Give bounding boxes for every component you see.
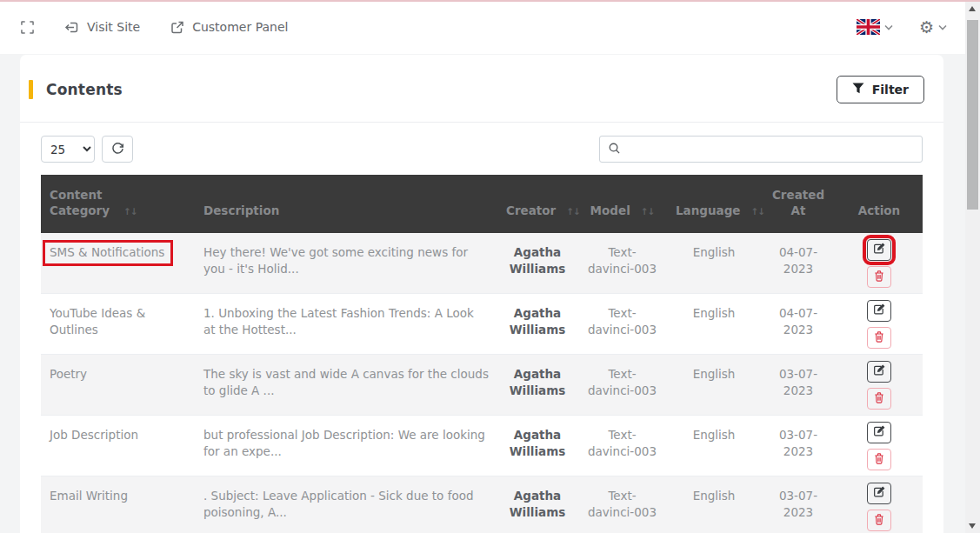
cell-created-at: 03-07-2023	[761, 355, 836, 416]
refresh-icon	[111, 142, 124, 157]
cell-content-category: Email Writing	[41, 476, 195, 533]
cell-model: Text-davinci-003	[577, 416, 667, 476]
cell-creator: Agatha Williams	[497, 294, 577, 355]
uk-flag-icon	[857, 19, 880, 35]
filter-button-label: Filter	[872, 83, 909, 97]
edit-pencil-icon	[873, 486, 885, 501]
search-input[interactable]	[627, 143, 914, 157]
trash-icon	[874, 514, 884, 528]
cell-model: Text-davinci-003	[577, 294, 667, 355]
cell-content-category: Poetry	[41, 355, 195, 416]
cell-model: Text-davinci-003	[577, 476, 667, 533]
content-category-value: Email Writing	[50, 489, 128, 503]
trash-icon	[874, 270, 884, 284]
search-icon	[608, 142, 621, 157]
col-header-content-category: Content Category↑↓	[41, 175, 195, 233]
fullscreen-icon	[21, 21, 34, 34]
fullscreen-button[interactable]	[21, 21, 34, 34]
table-row: Poetry The sky is vast and wide A canvas…	[41, 355, 923, 416]
scroll-down-arrow[interactable]	[969, 523, 976, 529]
sort-icon[interactable]: ↑↓	[123, 206, 137, 217]
table-row: Job Description but professional Job Des…	[41, 416, 923, 476]
refresh-button[interactable]	[102, 136, 133, 163]
cell-language: English	[667, 233, 761, 294]
filter-button[interactable]: Filter	[837, 76, 924, 103]
cell-description: . Subject: Leave Application - Sick due …	[195, 476, 497, 533]
col-header-model: Model↑↓	[577, 175, 667, 233]
chevron-down-icon	[884, 24, 893, 30]
cell-description: Hey there! We've got some exciting news …	[195, 233, 497, 294]
edit-pencil-icon	[873, 243, 885, 257]
col-header-action: Action	[836, 175, 923, 233]
cell-action	[836, 416, 923, 476]
page-title: Contents	[46, 81, 123, 98]
cell-creator: Agatha Williams	[497, 355, 577, 416]
trash-icon	[874, 453, 884, 467]
cell-description: 1. Unboxing the Latest Fashion Trends: A…	[195, 294, 497, 355]
table-row: YouTube Ideas & Outlines 1. Unboxing the…	[41, 294, 923, 355]
top-progress-line	[0, 0, 980, 2]
gear-icon: ⚙	[919, 19, 934, 36]
scroll-up-arrow[interactable]	[969, 6, 976, 11]
contents-table: Content Category↑↓ Description Creator↑↓…	[41, 175, 923, 533]
vertical-scrollbar[interactable]	[965, 0, 980, 533]
cell-language: English	[667, 416, 761, 476]
cell-content-category: SMS & Notifications	[41, 233, 195, 294]
cell-description: The sky is vast and wide A canvas for th…	[195, 355, 497, 416]
visit-site-label: Visit Site	[87, 20, 140, 34]
description-value: but professional Job Description: We are…	[203, 428, 485, 458]
search-box[interactable]	[599, 136, 923, 163]
language-switcher[interactable]	[857, 19, 893, 35]
customer-panel-link[interactable]: Customer Panel	[170, 20, 288, 35]
col-header-language: Language↑↓	[667, 175, 761, 233]
chevron-down-icon	[938, 24, 947, 30]
cell-action	[836, 476, 923, 533]
table-row: Email Writing . Subject: Leave Applicati…	[41, 476, 923, 533]
delete-button[interactable]	[867, 327, 891, 349]
cell-created-at: 03-07-2023	[761, 416, 836, 476]
delete-button[interactable]	[867, 510, 891, 531]
cell-language: English	[667, 476, 761, 533]
scrollbar-thumb[interactable]	[967, 20, 978, 210]
table-controls: 25	[41, 123, 923, 173]
edit-button[interactable]	[867, 483, 891, 504]
trash-icon	[874, 392, 884, 406]
page-content: Contents Filter 25	[0, 54, 980, 533]
cell-creator: Agatha Williams	[497, 476, 577, 533]
edit-button[interactable]	[867, 239, 891, 261]
customer-panel-label: Customer Panel	[192, 20, 288, 34]
cell-content-category: Job Description	[41, 416, 195, 476]
card-header: Contents Filter	[20, 55, 943, 123]
settings-menu[interactable]: ⚙	[919, 19, 947, 36]
cell-action	[836, 233, 923, 294]
delete-button[interactable]	[867, 449, 891, 470]
edit-button[interactable]	[867, 300, 891, 322]
table-row: SMS & Notifications Hey there! We've got…	[41, 233, 923, 294]
delete-button[interactable]	[867, 388, 891, 410]
edit-pencil-icon	[873, 364, 885, 379]
cell-language: English	[667, 355, 761, 416]
edit-pencil-icon	[873, 303, 885, 318]
edit-pencil-icon	[873, 425, 885, 440]
contents-card: Contents Filter 25	[20, 55, 943, 533]
cell-content-category: YouTube Ideas & Outlines	[41, 294, 195, 355]
content-category-value: Job Description	[50, 428, 138, 442]
cell-created-at: 03-07-2023	[761, 476, 836, 533]
page-size-select[interactable]: 25	[41, 136, 95, 163]
sort-icon[interactable]: ↑↓	[751, 206, 765, 217]
cell-language: English	[667, 294, 761, 355]
cell-description: but professional Job Description: We are…	[195, 416, 497, 476]
edit-button[interactable]	[867, 361, 891, 383]
visit-site-link[interactable]: Visit Site	[63, 20, 140, 35]
table-body: SMS & Notifications Hey there! We've got…	[41, 233, 923, 533]
title-accent-bar	[29, 80, 33, 99]
box-arrow-in-left-icon	[63, 20, 79, 35]
delete-button[interactable]	[867, 266, 891, 288]
sort-icon[interactable]: ↑↓	[641, 206, 655, 217]
description-value: . Subject: Leave Application - Sick due …	[203, 489, 473, 519]
topbar: Visit Site Customer Panel ⚙	[0, 0, 980, 54]
table-header-row: Content Category↑↓ Description Creator↑↓…	[41, 175, 923, 233]
edit-button[interactable]	[867, 422, 891, 443]
sort-icon[interactable]: ↑↓	[566, 206, 580, 217]
content-category-value: SMS & Notifications	[43, 240, 173, 266]
